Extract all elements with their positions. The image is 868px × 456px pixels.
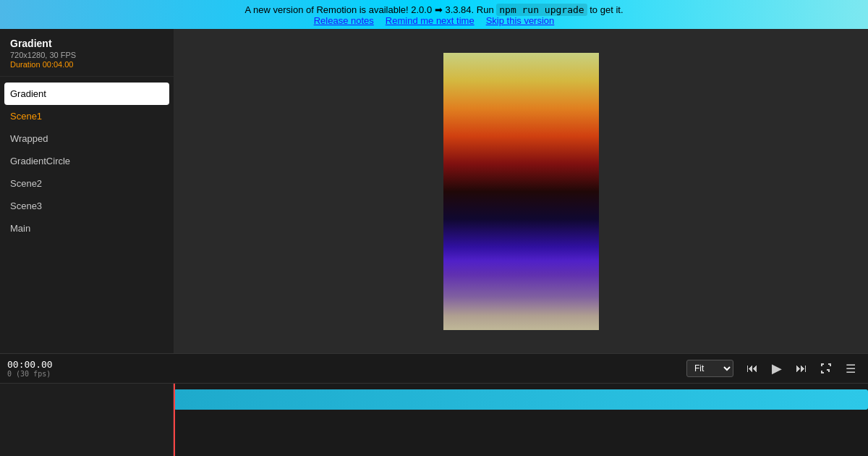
release-notes-link[interactable]: Release notes (314, 15, 374, 26)
composition-duration: Duration 00:04.00 (10, 60, 163, 69)
banner-message2: to get it. (587, 4, 624, 15)
comp-item-scene1[interactable]: Scene1 (0, 105, 174, 127)
preview-area (174, 29, 868, 353)
comp-item-gradient[interactable]: Gradient (4, 83, 169, 105)
menu-button[interactable]: ☰ (841, 358, 861, 379)
timecode: 00:00.00 0 (30 fps) (7, 359, 53, 378)
duration-label: Duration (10, 60, 41, 69)
comp-item-scene2[interactable]: Scene2 (0, 172, 174, 195)
timeline-track-area[interactable] (174, 384, 868, 456)
timecode-display: 00:00.00 (7, 359, 53, 370)
playback-bar: 00:00.00 0 (30 fps) Fit 25% 50% 100% 150… (0, 354, 868, 384)
remind-link[interactable]: Remind me next time (386, 15, 475, 26)
comp-item-gradientcircle[interactable]: GradientCircle (0, 150, 174, 172)
timeline (0, 384, 868, 456)
banner-message: A new version of Remotion is available! … (244, 4, 496, 15)
update-banner: A new version of Remotion is available! … (0, 0, 868, 29)
composition-list: Gradient Scene1 Wrapped GradientCircle S… (0, 83, 174, 353)
playhead (174, 384, 175, 456)
canvas-preview (443, 53, 599, 330)
banner-command: npm run upgrade (496, 4, 587, 16)
main-area: Gradient 720x1280, 30 FPS Duration 00:04… (0, 29, 868, 353)
skip-end-button[interactable]: ⏭ (791, 358, 812, 379)
composition-meta: 720x1280, 30 FPS (10, 51, 163, 59)
comp-item-wrapped[interactable]: Wrapped (0, 127, 174, 150)
skip-start-button[interactable]: ⏮ (742, 358, 762, 379)
sidebar: Gradient 720x1280, 30 FPS Duration 00:04… (0, 29, 174, 353)
bottom-controls: 00:00.00 0 (30 fps) Fit 25% 50% 100% 150… (0, 353, 868, 456)
comp-item-main[interactable]: Main (0, 217, 174, 240)
frame-info: 0 (30 fps) (7, 370, 53, 378)
timeline-sidebar (0, 384, 174, 456)
fullscreen-button[interactable] (816, 358, 836, 379)
duration-value: 00:04.00 (43, 60, 74, 69)
composition-info: Gradient 720x1280, 30 FPS Duration 00:04… (0, 29, 174, 77)
skip-link[interactable]: Skip this version (486, 15, 555, 26)
play-button[interactable]: ▶ (767, 358, 787, 379)
track-bar[interactable] (174, 389, 868, 410)
playback-controls: ⏮ ▶ ⏭ ☰ (742, 358, 861, 379)
comp-item-scene3[interactable]: Scene3 (0, 195, 174, 217)
composition-name: Gradient (10, 38, 163, 49)
fit-select[interactable]: Fit 25% 50% 100% 150% 200% (686, 360, 733, 377)
